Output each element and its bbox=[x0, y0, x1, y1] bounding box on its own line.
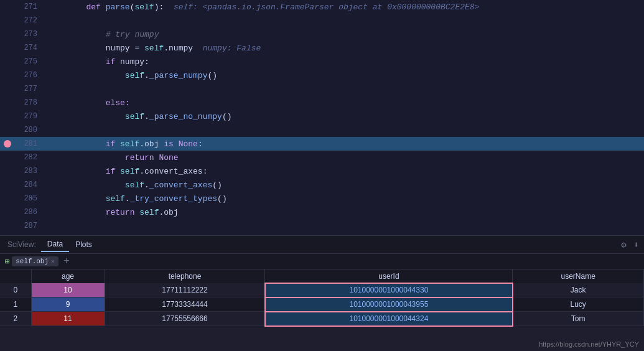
cell-username: Tom bbox=[513, 312, 644, 326]
line-number-277: 277 bbox=[0, 85, 42, 93]
token: self bbox=[125, 180, 144, 190]
code-line-279: 279 self._parse_no_numpy() bbox=[0, 110, 644, 123]
code-content-271: def parse(self): self: <pandas.io.json.F… bbox=[42, 2, 479, 12]
cell-index: 2 bbox=[0, 312, 31, 326]
token: _parse_no_numpy bbox=[149, 112, 222, 121]
code-line-276: 276 self._parse_numpy() bbox=[0, 68, 644, 82]
code-line-280: 280 bbox=[0, 123, 644, 137]
line-number-273: 273 bbox=[0, 30, 42, 39]
code-content-276: self._parse_numpy() bbox=[42, 71, 217, 80]
token: numpy = bbox=[106, 44, 144, 53]
col-header-index bbox=[0, 269, 31, 283]
token: () bbox=[222, 112, 232, 121]
add-variable-button[interactable]: + bbox=[61, 256, 72, 267]
token: if bbox=[106, 57, 120, 67]
code-line-277: 277 bbox=[0, 82, 644, 96]
token: () bbox=[217, 194, 227, 204]
data-table-container: age telephone userId userName 0101771111… bbox=[0, 269, 644, 351]
code-content-278: else: bbox=[42, 98, 130, 108]
line-number-272: 272 bbox=[0, 16, 42, 25]
line-number-275: 275 bbox=[0, 57, 42, 66]
line-number-284: 284 bbox=[0, 180, 42, 189]
token: if bbox=[106, 167, 120, 176]
fold-arrow[interactable]: ▾ bbox=[30, 195, 34, 202]
line-number-285: 285▾ bbox=[0, 194, 42, 203]
line-number-276: 276 bbox=[0, 71, 42, 80]
cell-userid: 1010000001000044330 bbox=[265, 283, 513, 297]
code-content-286: return self.obj bbox=[42, 208, 179, 217]
token: .obj bbox=[159, 208, 178, 217]
token: .numpy bbox=[164, 44, 202, 53]
token: self bbox=[125, 112, 144, 121]
variable-bar: ⊞ self.obj ✕ + bbox=[0, 253, 644, 269]
line-number-281: 281 bbox=[0, 139, 42, 148]
col-header-age: age bbox=[31, 269, 105, 283]
col-header-userid: userId bbox=[265, 269, 513, 283]
code-content-282: return None bbox=[42, 153, 179, 162]
code-line-284: 284 self._convert_axes() bbox=[0, 178, 644, 192]
col-header-username: userName bbox=[513, 269, 644, 283]
code-editor: 271 def parse(self): self: <pandas.io.js… bbox=[0, 0, 644, 235]
table-row: 19177333344441010000001000043955Lucy bbox=[0, 297, 644, 312]
token: _parse_numpy bbox=[149, 71, 208, 80]
code-line-287: 287 bbox=[0, 219, 644, 233]
token: . bbox=[144, 71, 149, 80]
token: () bbox=[207, 71, 217, 80]
token: . bbox=[125, 194, 130, 204]
token: return bbox=[125, 153, 159, 162]
code-line-285: 285▾ self._try_convert_types() bbox=[0, 192, 644, 205]
token: self bbox=[120, 167, 139, 176]
tab-data[interactable]: Data bbox=[41, 237, 69, 252]
sciview-actions: ⚙ ⬇ bbox=[618, 238, 642, 251]
cell-telephone: 17755556666 bbox=[105, 312, 265, 326]
code-content-273: # try numpy bbox=[42, 30, 159, 39]
token: self bbox=[134, 2, 154, 12]
line-number-271: 271 bbox=[0, 2, 42, 11]
line-number-274: 274 bbox=[0, 44, 42, 52]
table-row: 211177555566661010000001000044324Tom bbox=[0, 312, 644, 326]
cell-index: 0 bbox=[0, 283, 31, 297]
code-content-283: if self.convert_axes: bbox=[42, 167, 207, 176]
code-line-274: 274 numpy = self.numpy numpy: False bbox=[0, 41, 644, 55]
token: def bbox=[86, 2, 105, 12]
sciview-panel: SciView: Data Plots ⚙ ⬇ ⊞ self.obj ✕ + a… bbox=[0, 235, 644, 351]
variable-icon: ⊞ bbox=[5, 257, 9, 266]
breakpoint-icon[interactable] bbox=[4, 140, 11, 147]
variable-close-icon[interactable]: ✕ bbox=[51, 258, 55, 265]
cell-userid: 1010000001000044324 bbox=[265, 312, 513, 326]
code-line-275: 275 if numpy: bbox=[0, 55, 644, 68]
cell-age: 10 bbox=[31, 283, 105, 297]
cell-age: 9 bbox=[31, 297, 105, 312]
token: .convert_axes: bbox=[139, 167, 207, 176]
token: self bbox=[144, 44, 164, 53]
sciview-tab-bar: SciView: Data Plots ⚙ ⬇ bbox=[0, 236, 644, 253]
code-content-285: self._try_convert_types() bbox=[42, 194, 227, 204]
variable-tag[interactable]: self.obj ✕ bbox=[12, 256, 58, 266]
tab-plots[interactable]: Plots bbox=[69, 238, 98, 251]
data-table: age telephone userId userName 0101771111… bbox=[0, 269, 644, 326]
watermark: https://blog.csdn.net/YHYR_YCY bbox=[539, 340, 639, 348]
code-content-275: if numpy: bbox=[42, 57, 149, 67]
code-line-271: 271 def parse(self): self: <pandas.io.js… bbox=[0, 0, 644, 14]
download-icon[interactable]: ⬇ bbox=[632, 238, 642, 251]
cell-username: Jack bbox=[513, 283, 644, 297]
table-header-row: age telephone userId userName bbox=[0, 269, 644, 283]
token: return bbox=[106, 208, 140, 217]
token: () bbox=[212, 180, 222, 190]
line-number-287: 287 bbox=[0, 222, 42, 230]
sciview-label: SciView: bbox=[2, 238, 41, 251]
token: ): bbox=[154, 2, 174, 12]
token: : bbox=[198, 139, 203, 149]
col-header-telephone: telephone bbox=[105, 269, 265, 283]
cell-telephone: 17711112222 bbox=[105, 283, 265, 297]
token: numpy: False bbox=[203, 44, 261, 53]
token: self bbox=[139, 208, 159, 217]
line-number-286: 286 bbox=[0, 208, 42, 217]
line-number-282: 282 bbox=[0, 153, 42, 162]
settings-icon[interactable]: ⚙ bbox=[618, 238, 628, 251]
code-content-284: self._convert_axes() bbox=[42, 180, 222, 190]
code-content-281: if self.obj is None: bbox=[42, 139, 203, 149]
token: self bbox=[125, 71, 144, 80]
line-number-280: 280 bbox=[0, 126, 42, 134]
token: # try numpy bbox=[106, 30, 159, 39]
